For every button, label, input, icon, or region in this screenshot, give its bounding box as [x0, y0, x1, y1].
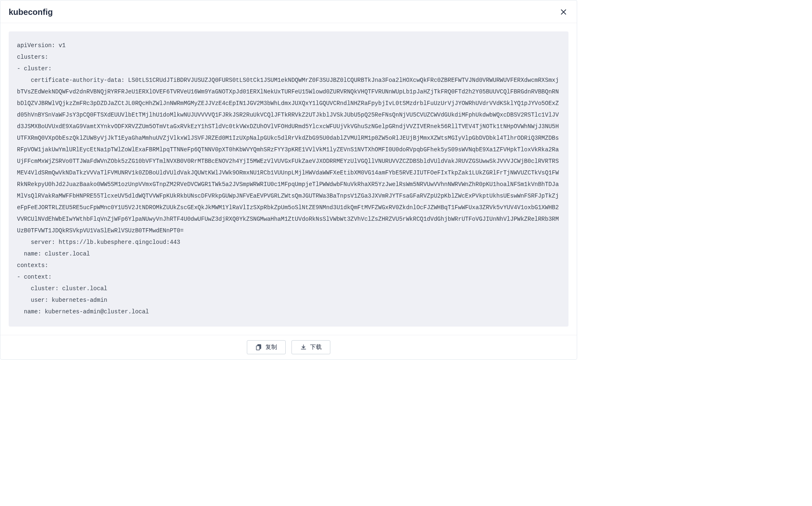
kubeconfig-modal: kubeconfig apiVersion: v1 clusters: - cl… [0, 0, 577, 360]
modal-title: kubeconfig [9, 7, 53, 17]
close-icon[interactable] [559, 7, 568, 17]
download-icon [300, 344, 307, 351]
svg-rect-3 [256, 346, 260, 350]
download-button[interactable]: 下载 [291, 340, 330, 354]
copy-icon [256, 344, 262, 351]
kubeconfig-code[interactable]: apiVersion: v1 clusters: - cluster: cert… [9, 31, 568, 327]
modal-header: kubeconfig [0, 0, 577, 23]
copy-button-label: 复制 [265, 344, 277, 351]
download-button-label: 下载 [310, 344, 322, 351]
modal-footer: 复制 下载 [0, 335, 577, 359]
copy-button[interactable]: 复制 [247, 340, 286, 354]
modal-body: apiVersion: v1 clusters: - cluster: cert… [0, 23, 577, 335]
